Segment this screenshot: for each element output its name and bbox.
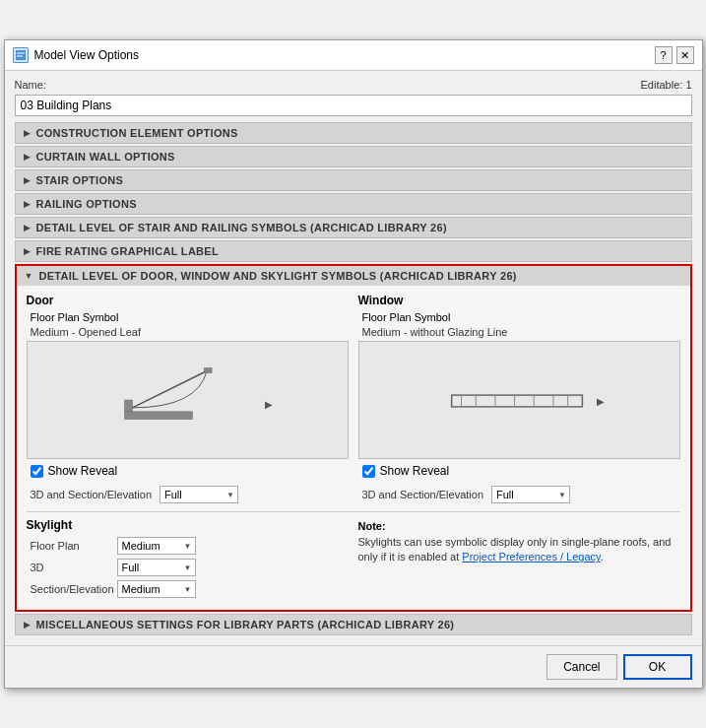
section-label: CURTAIN WALL OPTIONS [36, 151, 175, 163]
note-link[interactable]: Project Preferences / Legacy [462, 551, 600, 563]
section-construction-element[interactable]: ▶ CONSTRUCTION ELEMENT OPTIONS [15, 122, 692, 144]
skylight-section-label: Section/Elevation [31, 583, 109, 595]
skylight-floor-plan-dropdown-wrapper: Medium Full Simple [117, 537, 196, 555]
arrow-icon: ▶ [24, 223, 31, 232]
section-door-window-skylight: ▼ DETAIL LEVEL OF DOOR, WINDOW AND SKYLI… [15, 264, 692, 612]
name-row: Name: Editable: 1 [15, 79, 692, 91]
door-section-elevation-dropdown[interactable]: Full Simple Symbolic [160, 486, 238, 503]
skylight-floor-plan-label: Floor Plan [31, 540, 109, 552]
window-show-reveal-label: Show Reveal [380, 464, 450, 478]
section-label: RAILING OPTIONS [36, 198, 137, 210]
skylight-floor-plan-row: Floor Plan Medium Full Simple [31, 537, 349, 555]
name-label: Name: [15, 79, 46, 91]
arrow-icon: ▶ [24, 152, 31, 162]
skylight-3d-dropdown[interactable]: Full Medium Simple [117, 559, 196, 576]
arrow-down-icon: ▼ [25, 271, 33, 281]
window-section-elevation-label: 3D and Section/Elevation [362, 489, 484, 500]
arrow-icon: ▶ [24, 175, 31, 185]
title-bar: Model View Options ? ✕ [5, 40, 702, 71]
skylight-section-dropdown-wrapper: Medium Full Simple [117, 580, 196, 598]
section-label: STAIR OPTIONS [36, 174, 124, 186]
note-title: Note: [358, 520, 680, 532]
dialog-body: Name: Editable: 1 03 Building Plans ▶ CO… [5, 71, 702, 645]
section-miscellaneous[interactable]: ▶ MISCELLANEOUS SETTINGS FOR LIBRARY PAR… [15, 614, 692, 635]
section-label: FIRE RATING GRAPHICAL LABEL [36, 245, 220, 257]
skylight-3d-dropdown-wrapper: Full Medium Simple [117, 559, 196, 576]
arrow-icon: ▶ [24, 199, 31, 209]
section-railing[interactable]: ▶ RAILING OPTIONS [15, 193, 692, 215]
door-preview-box: ▶ [27, 341, 349, 459]
arrow-icon: ▶ [24, 620, 31, 629]
window-symbol-label: Medium - without Glazing Line [362, 326, 680, 338]
section-door-window-header[interactable]: ▼ DETAIL LEVEL OF DOOR, WINDOW AND SKYLI… [17, 266, 690, 286]
window-show-reveal-row: Show Reveal [362, 464, 680, 478]
window-show-reveal-checkbox[interactable] [362, 465, 375, 478]
door-section-elevation-label: 3D and Section/Elevation [31, 489, 153, 500]
window-preview-box: ▶ [358, 341, 680, 459]
section-door-window-label: DETAIL LEVEL OF DOOR, WINDOW AND SKYLIGH… [38, 270, 516, 282]
door-show-reveal-label: Show Reveal [48, 464, 118, 478]
door-symbol-label: Medium - Opened Leaf [31, 326, 349, 338]
section-stair[interactable]: ▶ STAIR OPTIONS [15, 169, 692, 191]
door-show-reveal-row: Show Reveal [31, 464, 349, 478]
dialog-icon [13, 47, 29, 63]
skylight-3d-row: 3D Full Medium Simple [31, 559, 349, 576]
section-fire-rating[interactable]: ▶ FIRE RATING GRAPHICAL LABEL [15, 240, 692, 262]
section-misc-label: MISCELLANEOUS SETTINGS FOR LIBRARY PARTS… [36, 619, 455, 630]
skylight-column: Skylight Floor Plan Medium Full Simple [27, 518, 349, 602]
note-column: Note: Skylights can use symbolic display… [358, 518, 680, 602]
close-button[interactable]: ✕ [676, 46, 694, 64]
skylight-section-row: Section/Elevation Medium Full Simple [31, 580, 349, 598]
skylight-col-label: Skylight [27, 518, 349, 532]
window-sub-label: Floor Plan Symbol [362, 311, 680, 323]
window-section-elevation-dropdown-wrapper: Full Simple Symbolic [491, 486, 570, 503]
help-button[interactable]: ? [655, 46, 673, 64]
name-input[interactable]: 03 Building Plans [15, 95, 692, 116]
section-curtain-wall[interactable]: ▶ CURTAIN WALL OPTIONS [15, 146, 692, 167]
skylight-floor-plan-dropdown[interactable]: Medium Full Simple [117, 537, 196, 555]
cancel-button[interactable]: Cancel [546, 654, 616, 680]
section-stair-railing-symbols[interactable]: ▶ DETAIL LEVEL OF STAIR AND RAILING SYMB… [15, 217, 692, 238]
svg-text:▶: ▶ [265, 399, 273, 410]
door-column: Door Floor Plan Symbol Medium - Opened L… [27, 294, 349, 503]
svg-rect-5 [124, 400, 132, 412]
title-bar-left: Model View Options [13, 47, 140, 63]
svg-rect-6 [204, 368, 212, 373]
window-col-label: Window [358, 294, 680, 307]
dialog-title: Model View Options [34, 48, 140, 62]
window-column: Window Floor Plan Symbol Medium - withou… [358, 294, 680, 503]
window-section-elevation-row: 3D and Section/Elevation Full Simple Sym… [362, 486, 680, 503]
collapsed-sections: ▶ CONSTRUCTION ELEMENT OPTIONS ▶ CURTAIN… [15, 122, 692, 262]
dialog-window: Model View Options ? ✕ Name: Editable: 1… [4, 39, 703, 689]
svg-rect-4 [124, 412, 192, 420]
door-section-elevation-dropdown-wrapper: Full Simple Symbolic [160, 486, 238, 503]
skylight-note-section: Skylight Floor Plan Medium Full Simple [27, 511, 680, 602]
arrow-icon: ▶ [24, 246, 31, 256]
editable-label: Editable: 1 [641, 79, 692, 91]
door-window-columns: Door Floor Plan Symbol Medium - Opened L… [27, 294, 680, 503]
ok-button[interactable]: OK [623, 654, 692, 680]
door-col-label: Door [27, 294, 349, 307]
note-text: Skylights can use symbolic display only … [358, 535, 680, 565]
skylight-3d-label: 3D [31, 562, 109, 573]
title-buttons: ? ✕ [655, 46, 694, 64]
skylight-section-dropdown[interactable]: Medium Full Simple [117, 580, 196, 598]
svg-text:▶: ▶ [597, 396, 605, 407]
dialog-footer: Cancel OK [5, 645, 702, 688]
door-show-reveal-checkbox[interactable] [31, 465, 43, 478]
door-section-elevation-row: 3D and Section/Elevation Full Simple Sym… [31, 486, 349, 503]
window-section-elevation-dropdown[interactable]: Full Simple Symbolic [491, 486, 570, 503]
svg-rect-0 [15, 49, 27, 61]
section-label: CONSTRUCTION ELEMENT OPTIONS [36, 127, 238, 139]
expanded-content: Door Floor Plan Symbol Medium - Opened L… [17, 286, 690, 610]
arrow-icon: ▶ [24, 128, 31, 138]
section-label: DETAIL LEVEL OF STAIR AND RAILING SYMBOL… [36, 222, 447, 233]
door-sub-label: Floor Plan Symbol [31, 311, 349, 323]
